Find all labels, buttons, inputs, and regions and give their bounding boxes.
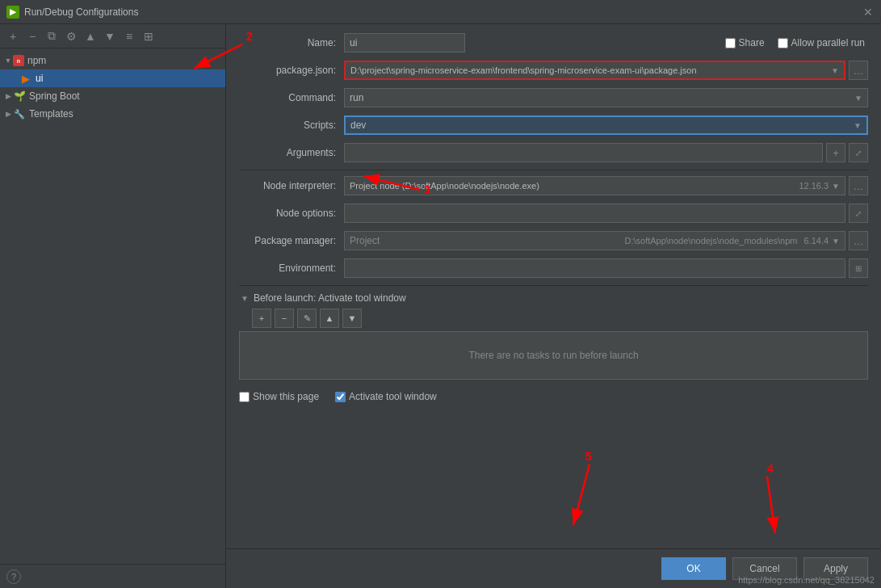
activate-tool-window-label[interactable]: Activate tool window [335,391,437,402]
sort-button[interactable]: ≡ [121,28,137,44]
spring-icon: 🌱 [13,90,26,103]
cancel-button[interactable]: Cancel [732,557,797,580]
package-manager-browse-button[interactable]: … [849,231,868,250]
action-buttons: OK Cancel Apply [226,548,881,588]
arguments-row: Arguments: + ⤢ [239,142,868,163]
before-launch-section: ▼ Before launch: Activate tool window + … [239,292,868,380]
arguments-input[interactable] [344,143,823,162]
bottom-left: ? [0,564,225,588]
node-options-input[interactable] [344,204,845,223]
package-manager-row: Package manager: Project D:\softApp\node… [239,230,868,251]
package-json-browse-button[interactable]: … [849,61,868,80]
name-input[interactable] [344,33,465,52]
command-arrow: ▼ [854,94,862,103]
ui-run-icon: ▶ [19,72,32,85]
settings-button[interactable]: ⚙ [63,28,79,44]
arguments-add-button[interactable]: + [826,143,845,162]
allow-parallel-checkbox[interactable] [778,38,788,48]
spring-expand-arrow: ▶ [3,91,13,101]
before-launch-title: Before launch: Activate tool window [254,292,406,304]
package-manager-version: 6.14.4 [804,236,829,246]
help-button[interactable]: ? [6,569,21,584]
divider-1 [239,170,868,170]
divider-2 [239,285,868,286]
show-this-page-checkbox[interactable] [239,392,250,402]
node-interpreter-combo[interactable]: Project node (D:\softApp\node\nodejs\nod… [344,176,845,195]
close-button[interactable]: ✕ [862,6,875,19]
package-manager-project: Project [350,235,380,246]
environment-row: Environment: ⊞ [239,258,868,279]
node-interpreter-label: Node interpreter: [239,180,344,191]
package-json-field: D:\project\spring-microservice-exam\fron… [344,61,868,80]
before-launch-toolbar: + − ✎ ▲ ▼ [239,309,868,328]
bottom-checkboxes: Show this page Activate tool window [239,386,868,407]
tree-item-templates[interactable]: ▶ 🔧 Templates [0,105,225,123]
node-options-field: ⤢ [344,204,868,223]
templates-icon: 🔧 [13,107,26,120]
before-launch-toggle[interactable]: ▼ [241,294,249,303]
right-panel: Name: Share Allow parallel run package.j… [226,24,881,588]
left-toolbar: + − ⧉ ⚙ ▲ ▼ ≡ ⊞ [0,24,225,48]
ui-arrow [10,74,19,83]
package-json-arrow: ▼ [831,66,839,75]
node-interpreter-browse-button[interactable]: … [849,176,868,195]
show-this-page-label[interactable]: Show this page [239,391,319,402]
package-json-combo[interactable]: D:\project\spring-microservice-exam\fron… [344,61,845,80]
allow-parallel-checkbox-label[interactable]: Allow parallel run [778,37,865,48]
templates-label: Templates [29,108,73,120]
environment-browse-button[interactable]: ⊞ [849,258,868,278]
command-combo[interactable]: run ▼ [344,88,868,107]
package-json-row: package.json: D:\project\spring-microser… [239,60,868,81]
command-row: Command: run ▼ [239,87,868,108]
move-up-button[interactable]: ▲ [82,28,99,44]
move-down-button[interactable]: ▼ [102,28,118,44]
scripts-label: Scripts: [239,120,344,131]
remove-config-button[interactable]: − [24,28,40,44]
activate-tool-window-checkbox[interactable] [335,392,346,402]
environment-input[interactable] [344,258,845,278]
name-row: Name: Share Allow parallel run [239,32,868,53]
filter-button[interactable]: ⊞ [141,28,157,44]
before-launch-remove-button[interactable]: − [275,309,294,328]
node-options-expand-button[interactable]: ⤢ [849,204,868,223]
left-panel: + − ⧉ ⚙ ▲ ▼ ≡ ⊞ ▼ n npm ▶ ui ▶ [0,24,226,588]
templates-expand-arrow: ▶ [3,109,13,119]
before-launch-up-button[interactable]: ▲ [320,309,339,328]
ui-label: ui [36,73,43,84]
node-interpreter-arrow: ▼ [832,182,840,191]
tree-item-spring-boot[interactable]: ▶ 🌱 Spring Boot [0,87,225,105]
apply-button[interactable]: Apply [803,557,868,580]
environment-field: ⊞ [344,258,868,278]
config-tree: ▼ n npm ▶ ui ▶ 🌱 Spring Boot ▶ 🔧 Templat… [0,48,225,564]
command-field: run ▼ [344,88,868,107]
scripts-arrow: ▼ [854,121,862,130]
npm-label: npm [27,55,46,66]
arguments-label: Arguments: [239,147,344,158]
tree-item-npm[interactable]: ▼ n npm [0,52,225,69]
package-manager-field: Project D:\softApp\node\nodejs\node_modu… [344,231,868,250]
package-manager-label: Package manager: [239,235,344,246]
arguments-expand-button[interactable]: ⤢ [849,143,868,162]
right-content: Name: Share Allow parallel run package.j… [226,24,881,548]
add-config-button[interactable]: + [5,28,21,44]
scripts-row: Scripts: dev ▼ [239,115,868,136]
share-checkbox[interactable] [725,38,736,48]
copy-config-button[interactable]: ⧉ [44,28,60,44]
name-checkboxes: Share Allow parallel run [725,37,868,48]
spring-boot-label: Spring Boot [29,90,80,102]
npm-expand-arrow: ▼ [3,56,13,65]
environment-label: Environment: [239,262,344,274]
ok-button[interactable]: OK [661,557,726,580]
node-interpreter-field: Project node (D:\softApp\node\nodejs\nod… [344,176,868,195]
before-launch-down-button[interactable]: ▼ [342,309,362,328]
scripts-combo[interactable]: dev ▼ [344,116,868,135]
scripts-field: dev ▼ [344,116,868,135]
share-checkbox-label[interactable]: Share [725,37,765,48]
package-manager-combo[interactable]: Project D:\softApp\node\nodejs\node_modu… [344,231,845,250]
before-launch-add-button[interactable]: + [252,309,271,328]
before-launch-edit-button[interactable]: ✎ [297,309,317,328]
title-text: Run/Debug Configurations [24,6,138,18]
tree-item-ui[interactable]: ▶ ui [0,69,225,87]
package-manager-path: D:\softApp\node\nodejs\node_modules\npm [624,236,797,246]
main-container: + − ⧉ ⚙ ▲ ▼ ≡ ⊞ ▼ n npm ▶ ui ▶ [0,24,881,588]
